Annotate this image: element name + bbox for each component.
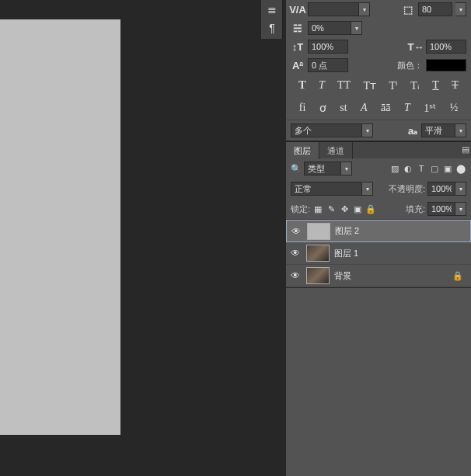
ligature-icon[interactable]: fi [299, 102, 306, 115]
hscale-input[interactable] [308, 21, 351, 35]
tracking-icon: ⬚ [401, 3, 415, 16]
tab-layers[interactable]: 图层 [286, 142, 319, 159]
visibility-toggle[interactable]: 👁 [289, 248, 302, 259]
filter-search-icon[interactable]: 🔍 [291, 163, 302, 174]
aa-select[interactable] [421, 123, 455, 137]
aa-icon: aₐ [406, 124, 420, 137]
filter-shape-icon[interactable]: ▢ [429, 163, 440, 174]
horz-scale-icon: T↔ [409, 40, 423, 53]
bold-toggle[interactable]: T [298, 79, 305, 92]
ordinals-icon[interactable]: 1ˢᵗ [424, 102, 436, 115]
lock-transparency-icon[interactable]: ▦ [312, 203, 323, 214]
layer-row[interactable]: 👁 图层 2 [286, 220, 471, 242]
baseline-icon: Aª [291, 59, 305, 71]
layer-list: 👁 图层 2 👁 图层 1 👁 背景 🔒 [286, 219, 471, 288]
layer-thumb[interactable] [306, 245, 330, 262]
filter-toggle-icon[interactable]: ⬤ [455, 163, 466, 174]
layer-row[interactable]: 👁 背景 🔒 [286, 265, 471, 287]
visibility-toggle[interactable]: 👁 [290, 226, 302, 237]
fill-dropdown[interactable]: ▾ [455, 202, 466, 216]
subscript-toggle[interactable]: Tᵢ [410, 79, 420, 92]
kerning-dropdown[interactable]: ▾ [359, 2, 370, 16]
filter-type-dropdown[interactable]: ▾ [341, 162, 352, 175]
aa-dropdown[interactable]: ▾ [455, 123, 466, 137]
allcaps-toggle[interactable]: TT [337, 79, 351, 92]
titling-icon[interactable]: T [404, 102, 410, 115]
fill-label: 填充: [406, 203, 425, 215]
lock-artboard-icon[interactable]: ▣ [352, 203, 363, 214]
baseline-input[interactable] [308, 58, 348, 72]
text-style-row: T T TT Tᴛ Tⁱ Tᵢ T T [286, 75, 471, 97]
layer-thumb[interactable] [307, 223, 330, 240]
hscale-dropdown[interactable]: ▾ [351, 21, 362, 35]
opacity-dropdown[interactable]: ▾ [455, 182, 466, 196]
tracking-input[interactable] [418, 2, 452, 16]
vert-scale-input[interactable] [308, 40, 348, 54]
underline-toggle[interactable]: T [432, 79, 439, 92]
discretionary-icon[interactable]: st [340, 102, 347, 115]
kerning-icon: V/A [291, 3, 305, 16]
lock-all-icon[interactable]: 🔒 [365, 203, 376, 214]
contextual-icon[interactable]: ơ [319, 102, 326, 115]
lock-position-icon[interactable]: ✥ [339, 203, 350, 214]
tracking-dropdown[interactable]: ▾ [455, 2, 466, 16]
opacity-input[interactable] [427, 182, 455, 196]
visibility-toggle[interactable]: 👁 [289, 270, 302, 281]
opentype-row: fi ơ st A āā T 1ˢᵗ ½ [286, 97, 471, 120]
lock-paint-icon[interactable]: ✎ [326, 203, 337, 214]
canvas[interactable] [0, 19, 120, 435]
filter-type-icon[interactable]: T [416, 163, 427, 174]
smallcaps-toggle[interactable]: Tᴛ [364, 79, 377, 92]
layer-row[interactable]: 👁 图层 1 [286, 242, 471, 265]
layer-thumb[interactable] [306, 267, 330, 284]
language-dropdown[interactable]: ▾ [362, 123, 373, 137]
horz-scale-input[interactable] [426, 40, 466, 54]
lock-label: 锁定: [291, 203, 310, 215]
layer-name-label[interactable]: 图层 2 [335, 225, 467, 237]
italic-toggle[interactable]: T [319, 79, 325, 92]
fill-input[interactable] [427, 202, 455, 216]
filter-adjust-icon[interactable]: ◐ [403, 163, 413, 174]
fractions-icon[interactable]: ½ [450, 102, 459, 115]
scale-icon: ☵ [291, 22, 305, 34]
lock-icon: 🔒 [452, 271, 468, 281]
blend-mode-select[interactable] [291, 182, 362, 196]
color-label: 颜色： [397, 60, 423, 71]
superscript-toggle[interactable]: Tⁱ [389, 79, 398, 92]
opacity-label: 不透明度: [389, 183, 425, 195]
align-tool-icon[interactable]: ≣ [261, 2, 283, 17]
layer-name-label[interactable]: 背景 [334, 270, 448, 282]
layer-name-label[interactable]: 图层 1 [334, 248, 468, 259]
color-swatch[interactable] [426, 59, 466, 71]
strike-toggle[interactable]: T [452, 79, 459, 92]
filter-pixel-icon[interactable]: ▨ [389, 163, 400, 174]
vert-scale-icon: ↕T [291, 40, 305, 53]
filter-type-select[interactable] [304, 162, 341, 175]
kerning-input[interactable] [308, 2, 359, 16]
swash-icon[interactable]: A [361, 102, 368, 115]
filter-smart-icon[interactable]: ▣ [442, 163, 453, 174]
stylistic-icon[interactable]: āā [381, 102, 390, 115]
paragraph-tool-icon[interactable]: ¶ [261, 20, 283, 36]
layers-empty-area [286, 288, 471, 459]
tab-channels[interactable]: 通道 [319, 142, 353, 159]
blend-mode-dropdown[interactable]: ▾ [362, 182, 373, 196]
language-select[interactable] [291, 123, 362, 137]
panel-menu-icon[interactable]: ▤ [460, 144, 471, 155]
options-strip: ≣ ¶ [261, 0, 283, 39]
